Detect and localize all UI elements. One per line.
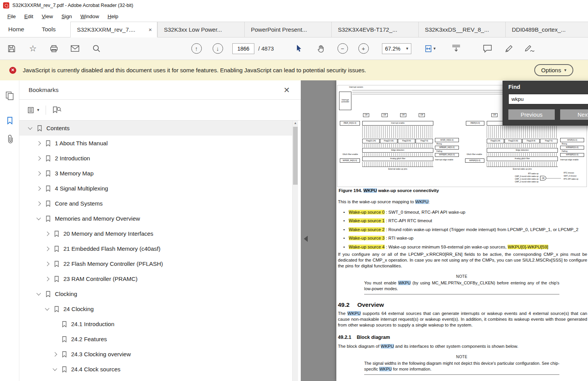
email-icon[interactable] bbox=[68, 42, 82, 56]
bookmark-item[interactable]: Clocking bbox=[19, 286, 292, 301]
find-previous-button[interactable]: Previous bbox=[508, 109, 555, 120]
star-icon[interactable]: ☆ bbox=[26, 42, 40, 56]
bookmarks-scrollbar[interactable]: ▲ bbox=[292, 121, 298, 381]
bookmark-label: Core and Systems bbox=[55, 200, 102, 207]
find-current-bookmark-icon[interactable] bbox=[52, 106, 61, 114]
note-block: NOTE You must enable WKPU (by using MC_M… bbox=[364, 274, 559, 294]
list-item: Wake-up source 0 : SWT_0 timeout, RTC-AP… bbox=[338, 208, 587, 216]
scrollbar-thumb[interactable] bbox=[293, 127, 298, 185]
bookmark-item[interactable]: 2 Introduction bbox=[19, 151, 292, 166]
next-page-icon[interactable]: ↓ bbox=[211, 42, 225, 56]
bookmark-item[interactable]: 24.4 Clock sources bbox=[19, 362, 292, 377]
chevron-down-icon[interactable] bbox=[43, 305, 52, 313]
bookmark-icon bbox=[46, 155, 53, 162]
scrollbar-up-arrow[interactable]: ▲ bbox=[293, 121, 298, 125]
bookmark-item[interactable]: 23 RAM Controller (PRAMC) bbox=[19, 271, 292, 286]
doc-tab-5[interactable]: S32K3xxDS__REV_8_... bbox=[418, 22, 505, 37]
doc-tab-4[interactable]: S32K3X4EVB-T172_... bbox=[331, 22, 418, 37]
chevron-down-icon[interactable] bbox=[35, 214, 43, 223]
chevron-down-icon[interactable] bbox=[26, 124, 35, 133]
find-next-button[interactable]: Next bbox=[560, 109, 588, 120]
chevron-right-icon[interactable] bbox=[35, 169, 43, 178]
bookmark-item[interactable]: 24.2 Features bbox=[19, 332, 292, 347]
menu-file[interactable]: File bbox=[3, 12, 20, 21]
diagram-label: External wake-up pins bbox=[362, 168, 433, 170]
bookmark-item[interactable]: 24.1 Introduction bbox=[19, 316, 292, 332]
bookmark-options-icon[interactable]: ▾ bbox=[28, 107, 39, 114]
caption-text: Figure 194. bbox=[339, 188, 363, 193]
chevron-right-icon[interactable] bbox=[35, 184, 43, 193]
chevron-down-icon: ▾ bbox=[406, 46, 408, 51]
print-icon[interactable] bbox=[47, 42, 61, 56]
page-thumbnails-icon[interactable] bbox=[5, 91, 14, 100]
bookmark-label: 2 Introduction bbox=[55, 155, 90, 162]
chevron-right-icon[interactable] bbox=[35, 154, 43, 163]
bookmark-item[interactable]: Core and Systems bbox=[19, 196, 292, 211]
doc-tab-2[interactable]: S32K3xx Low Power... bbox=[157, 22, 244, 37]
page-fit-icon[interactable]: ▾ bbox=[421, 42, 439, 56]
zoom-level-select[interactable]: 67.2% ▾ bbox=[382, 43, 411, 54]
tab-home[interactable]: Home bbox=[0, 22, 32, 37]
doc-tab-3[interactable]: PowerPoint Present... bbox=[244, 22, 331, 37]
save-icon[interactable] bbox=[5, 42, 19, 56]
diagram-or: OR bbox=[363, 113, 369, 117]
chevron-right-icon[interactable] bbox=[43, 245, 52, 253]
diagram-or: OR bbox=[540, 176, 546, 180]
comment-icon[interactable] bbox=[481, 42, 494, 56]
fill-sign-icon[interactable] bbox=[523, 42, 537, 56]
chevron-right-icon[interactable] bbox=[35, 139, 43, 148]
bookmark-item[interactable]: 24.3 Clocking overview bbox=[19, 347, 292, 362]
previous-page-icon[interactable]: ↑ bbox=[189, 42, 203, 56]
bookmark-item-contents[interactable]: Contents bbox=[19, 121, 292, 136]
chevron-down-icon[interactable] bbox=[35, 290, 43, 298]
zoom-out-icon[interactable]: − bbox=[336, 42, 349, 56]
tab-tools[interactable]: Tools bbox=[32, 22, 65, 37]
chevron-down-icon: ▾ bbox=[564, 68, 566, 73]
bookmarks-panel-icon[interactable] bbox=[5, 116, 14, 125]
menu-edit[interactable]: Edit bbox=[20, 12, 37, 21]
bookmark-icon bbox=[46, 185, 53, 192]
page-number-input[interactable] bbox=[232, 43, 254, 54]
hand-tool-icon[interactable] bbox=[314, 42, 328, 56]
bookmark-item[interactable]: 4 Signal Multiplexing bbox=[19, 181, 292, 196]
scrolling-mode-icon[interactable] bbox=[449, 42, 463, 56]
doc-tab-6[interactable]: DDI0489B_cortex_... bbox=[505, 22, 588, 37]
chevron-right-icon[interactable] bbox=[43, 275, 52, 283]
diagram-box: WIFEER[31:0] bbox=[560, 153, 584, 157]
bookmark-item[interactable]: 3 Memory Map bbox=[19, 166, 292, 181]
error-icon: ✕ bbox=[9, 67, 16, 74]
chevron-right-icon[interactable] bbox=[35, 199, 43, 208]
search-icon[interactable] bbox=[89, 42, 103, 56]
caption-text: wake-up source connectivity bbox=[377, 188, 439, 193]
diagram-box: Flag[7:0] bbox=[416, 139, 433, 143]
zoom-in-icon[interactable]: + bbox=[356, 42, 370, 56]
attachments-icon[interactable] bbox=[5, 134, 14, 144]
highlight-icon[interactable] bbox=[502, 42, 516, 56]
bookmark-item[interactable]: Memories and Memory Overview bbox=[19, 211, 292, 226]
menu-window[interactable]: Window bbox=[76, 12, 103, 21]
bookmark-label: 24 Clocking bbox=[63, 306, 94, 312]
chevron-down-icon[interactable] bbox=[51, 365, 60, 374]
bookmark-item[interactable]: 22 Flash Memory Controller (PFLASH) bbox=[19, 256, 292, 271]
options-button[interactable]: Options ▾ bbox=[534, 64, 573, 76]
bookmark-item[interactable]: 24 Clocking bbox=[19, 301, 292, 316]
tab-close-icon[interactable]: × bbox=[147, 26, 153, 33]
close-icon[interactable]: ✕ bbox=[281, 85, 292, 95]
chevron-right-icon[interactable] bbox=[43, 230, 52, 238]
find-input[interactable] bbox=[508, 94, 588, 104]
panel-collapse-icon[interactable] bbox=[304, 236, 308, 242]
select-tool-icon[interactable] bbox=[293, 42, 307, 56]
chevron-right-icon[interactable] bbox=[51, 350, 60, 359]
menu-help[interactable]: Help bbox=[103, 12, 123, 21]
list-item: Wake-up source 1 : RTC-API RTC timeout bbox=[338, 216, 587, 225]
bookmark-item[interactable]: 21 Embedded Flash Memory (c40asf) bbox=[19, 241, 292, 256]
menu-view[interactable]: View bbox=[37, 12, 57, 21]
doc-tab-active[interactable]: S32K3XXRM_rev_7.... × bbox=[70, 22, 157, 37]
diagram-wires bbox=[487, 126, 558, 138]
bookmark-item[interactable]: 1 About This Manual bbox=[19, 136, 292, 151]
doc-tab-label: S32K3xxDS__REV_8_... bbox=[425, 26, 501, 33]
menu-sign[interactable]: Sign bbox=[57, 12, 76, 21]
bookmark-icon bbox=[54, 231, 61, 237]
chevron-right-icon[interactable] bbox=[43, 260, 52, 268]
bookmark-item[interactable]: 20 Memory and Memory Interfaces bbox=[19, 226, 292, 241]
